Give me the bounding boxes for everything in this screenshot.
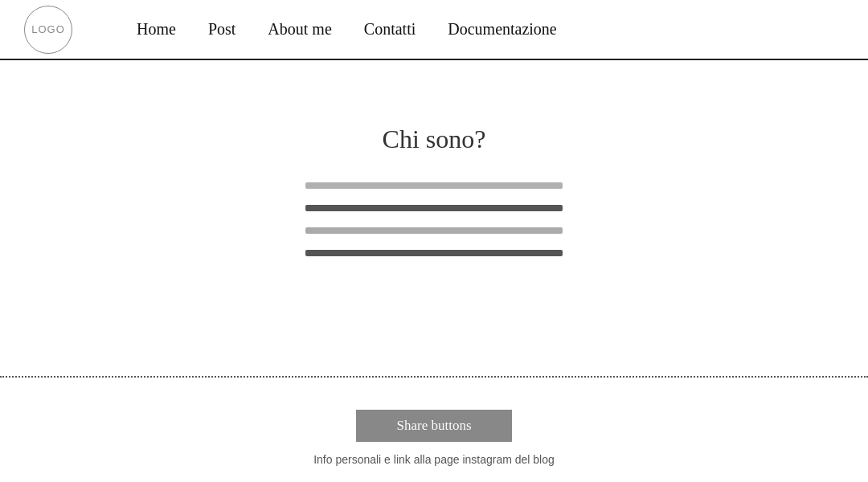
logo-label: LOGO	[31, 23, 65, 35]
nav-contatti[interactable]: Contatti	[364, 20, 416, 39]
nav-about-me[interactable]: About me	[268, 20, 331, 39]
nav-home[interactable]: Home	[137, 20, 176, 39]
footer-caption: Info personali e link alla page instagra…	[313, 453, 555, 466]
placeholder-line-2	[305, 205, 563, 211]
share-buttons[interactable]: Share buttons	[356, 410, 511, 442]
logo[interactable]: LOGO	[24, 6, 72, 54]
site-footer: Share buttons Info personali e link alla…	[0, 398, 868, 482]
placeholder-line-1	[305, 182, 563, 189]
placeholder-line-3	[305, 227, 563, 234]
site-header: LOGO Home Post About me Contatti Documen…	[0, 0, 868, 60]
nav-post[interactable]: Post	[208, 20, 235, 39]
placeholder-line-4	[305, 250, 563, 256]
footer-divider	[0, 376, 868, 378]
page-title: Chi sono?	[383, 125, 486, 154]
content-placeholder	[305, 182, 563, 256]
main-nav: Home Post About me Contatti Documentazio…	[137, 20, 557, 39]
main-content: Chi sono?	[0, 60, 868, 256]
nav-documentazione[interactable]: Documentazione	[448, 20, 557, 39]
